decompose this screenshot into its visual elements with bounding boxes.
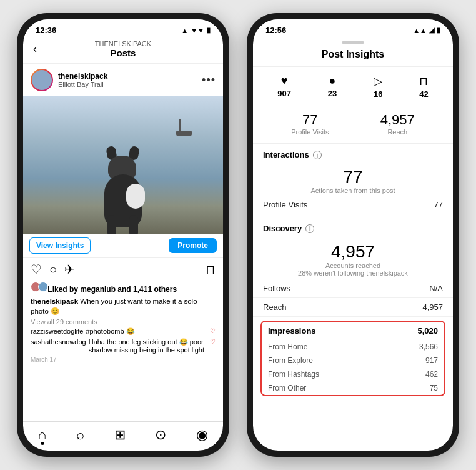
status-bar-right: 12:56 ▲▲ ◢ ▮ xyxy=(253,19,453,38)
discovery-info-icon[interactable]: i xyxy=(305,224,314,233)
from-other-value: 75 xyxy=(430,384,438,392)
pull-handle[interactable] xyxy=(342,41,364,44)
discovery-sub2: 28% weren't following thenelskipack xyxy=(263,269,443,277)
view-insights-button[interactable]: View Insights xyxy=(29,238,91,254)
comment-2: sashathesnowdog Haha the one leg stickin… xyxy=(23,337,223,355)
right-phone: 12:56 ▲▲ ◢ ▮ Post Insights ♥ 907 ● 23 ▷ … xyxy=(247,13,459,457)
signal-icon-r: ▲▲ xyxy=(413,27,427,34)
post-caption: thenelskipack When you just want to make… xyxy=(23,295,223,318)
from-other-row: From Other 75 xyxy=(262,381,444,395)
post-actions: ♡ ○ ✈ ⊓ xyxy=(23,258,223,281)
battery-icon-r: ▮ xyxy=(437,26,440,34)
from-other-label: From Other xyxy=(268,384,306,392)
ig-username-header: THENELSKIPACK xyxy=(95,40,151,48)
post-header: thenelskipack Elliott Bay Trail ••• xyxy=(23,64,223,96)
metric-comments: ● 23 xyxy=(328,74,337,99)
interactions-info-icon[interactable]: i xyxy=(313,151,322,159)
nav-search[interactable]: ⌕ xyxy=(76,427,84,443)
metric-shares: ▷ 16 xyxy=(374,74,382,99)
dog-silhouette xyxy=(92,134,154,234)
discovery-label: Discovery xyxy=(263,224,302,233)
post-user-text: thenelskipack Elliott Bay Trail xyxy=(58,72,107,88)
comment-button[interactable]: ○ xyxy=(49,262,57,277)
nav-profile[interactable]: ◉ xyxy=(196,427,208,443)
profile-visits-stat: 77 Profile Visits xyxy=(291,112,329,136)
save-button[interactable]: ⊓ xyxy=(206,262,216,277)
reach-stat: 4,957 Reach xyxy=(380,112,415,136)
comment-2-heart[interactable]: ♡ xyxy=(210,338,216,345)
follows-row: Follows N/A xyxy=(253,279,453,298)
profile-visits-big: 77 xyxy=(291,112,329,128)
insights-title: Post Insights xyxy=(253,46,453,67)
avatar[interactable] xyxy=(31,69,53,91)
reach-label: Reach xyxy=(380,128,415,136)
share-button[interactable]: ✈ xyxy=(64,262,75,277)
dog-chest xyxy=(126,184,145,209)
commenter-2-handle: sashathesnowdog xyxy=(31,338,86,346)
view-comments-button[interactable]: View all 29 comments xyxy=(23,318,223,326)
impressions-label: Impressions xyxy=(268,326,316,336)
time-right: 12:56 xyxy=(265,26,286,35)
comments-icon: ● xyxy=(328,74,337,88)
from-explore-value: 917 xyxy=(425,356,438,365)
status-bar-left: 12:36 ▲ ▼▼ ▮ xyxy=(23,19,223,38)
like-button[interactable]: ♡ xyxy=(31,262,42,277)
from-hashtags-label: From Hashtags xyxy=(268,370,319,379)
ig-header: ‹ THENELSKIPACK Posts xyxy=(23,38,223,64)
actions-value: 77 xyxy=(263,167,443,187)
wifi-icon: ▼▼ xyxy=(191,27,204,34)
likes-value: 907 xyxy=(277,89,291,98)
signal-icon: ▲ xyxy=(181,27,188,34)
from-home-label: From Home xyxy=(268,342,307,351)
user-info: thenelskipack Elliott Bay Trail xyxy=(31,69,107,91)
saves-value: 42 xyxy=(419,89,428,99)
impressions-header-row: Impressions 5,020 xyxy=(262,322,444,340)
discovery-center: 4,957 Accounts reached 28% weren't follo… xyxy=(253,236,453,279)
liked-avatar-2 xyxy=(38,282,48,292)
post-handle: thenelskipack xyxy=(58,72,107,81)
actions-sub-label: Actions taken from this post xyxy=(263,187,443,194)
nav-post[interactable]: ⊞ xyxy=(114,427,126,443)
ig-header-title: THENELSKIPACK Posts xyxy=(95,40,151,58)
comments-value: 23 xyxy=(328,89,337,98)
reach-row: Reach 4,957 xyxy=(253,298,453,317)
profile-visits-row: Profile Visits 77 xyxy=(253,196,453,214)
comment-1: razzisweetdoglife #photobomb 😂 ♡ xyxy=(23,326,223,337)
shares-value: 16 xyxy=(374,89,382,99)
status-icons-right: ▲▲ ◢ ▮ xyxy=(413,26,440,34)
reach-row-value: 4,957 xyxy=(422,302,443,312)
wifi-icon-r: ◢ xyxy=(429,26,434,34)
actions-center: 77 Actions taken from this post xyxy=(253,162,453,196)
nav-home[interactable]: ⌂ xyxy=(38,427,46,443)
metrics-row: ♥ 907 ● 23 ▷ 16 ⊓ 42 xyxy=(253,67,453,104)
profile-visits-row-value: 77 xyxy=(434,200,443,209)
commenter-1-handle: razzisweetdoglife xyxy=(31,328,83,335)
impressions-section: Impressions 5,020 From Home 3,566 From E… xyxy=(260,321,445,396)
likes-icon: ♥ xyxy=(277,74,291,88)
time-left: 12:36 xyxy=(36,26,56,35)
follows-value: N/A xyxy=(429,284,443,293)
comment-1-text: #photobomb 😂 xyxy=(86,328,134,336)
interactions-header: Interactions i xyxy=(253,144,453,162)
back-button[interactable]: ‹ xyxy=(33,42,37,56)
post-likes: Liked by meganlub and 1,411 others xyxy=(23,281,223,295)
view-insights-bar: View Insights Promote xyxy=(23,234,223,258)
interactions-label: Interactions xyxy=(263,150,309,159)
discovery-header: Discovery i xyxy=(253,217,453,236)
comment-1-heart[interactable]: ♡ xyxy=(210,328,216,334)
saves-icon: ⊓ xyxy=(419,74,428,88)
likes-text: Liked by meganlub and 1,411 others xyxy=(47,285,177,294)
promote-button[interactable]: Promote xyxy=(169,238,217,253)
more-options-button[interactable]: ••• xyxy=(202,74,216,87)
discovery-value: 4,957 xyxy=(263,242,443,262)
battery-icon: ▮ xyxy=(207,26,211,34)
ship-silhouette xyxy=(176,131,192,136)
metric-likes: ♥ 907 xyxy=(277,74,291,99)
from-home-value: 3,566 xyxy=(419,342,438,351)
discovery-sub1: Accounts reached xyxy=(263,262,443,269)
comment-2-text: Haha the one leg sticking out 😂 poor sha… xyxy=(89,338,207,354)
from-explore-label: From Explore xyxy=(268,356,313,365)
post-image xyxy=(23,96,223,234)
liked-avatars xyxy=(31,282,46,292)
nav-shop[interactable]: ⊙ xyxy=(155,427,166,443)
